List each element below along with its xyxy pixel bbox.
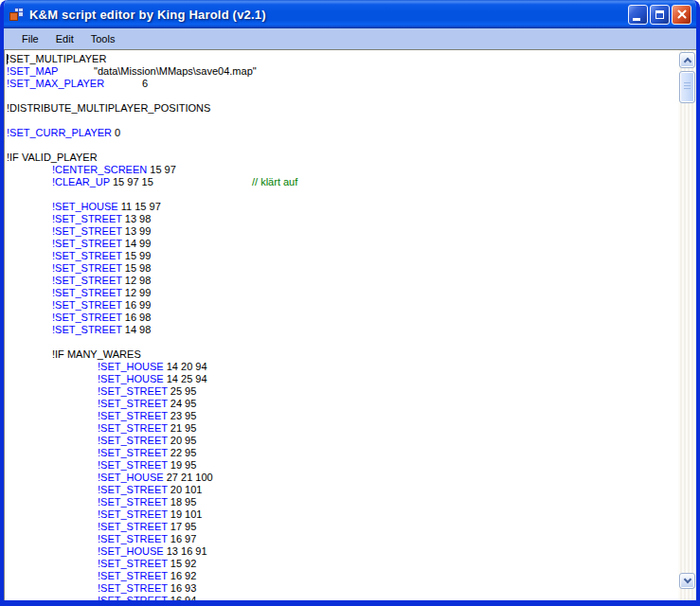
code-segment-command: !SET_STREET — [98, 570, 168, 581]
code-line: !CENTER_SCREEN 15 97 — [7, 164, 678, 176]
code-line: !SET_STREET 15 99 — [7, 250, 678, 262]
code-segment-text: 14 98 — [122, 324, 152, 335]
code-line: !IF MANY_WARES — [7, 348, 678, 361]
code-segment-text: 6 — [142, 78, 148, 90]
code-line: !SET_STREET 23 95 — [7, 410, 678, 422]
code-segment-text: 13 98 — [122, 213, 152, 224]
code-segment-command: !SET_STREET — [98, 508, 168, 520]
code-line: !SET_STREET 14 98 — [7, 324, 678, 336]
menu-item-file[interactable]: File — [15, 30, 45, 47]
code-segment-text: 15 99 — [122, 250, 152, 261]
code-segment-command: !SET_HOUSE — [98, 373, 164, 384]
code-segment-text: 20 95 — [168, 435, 197, 446]
code-segment-text: 14 99 — [122, 238, 152, 249]
code-segment-command: !SET_STREET — [98, 558, 168, 569]
code-line — [7, 90, 678, 102]
code-segment-text: 13 99 — [122, 225, 152, 237]
code-segment-text: 13 16 91 — [164, 545, 207, 557]
code-segment-command: !SET_STREET — [52, 312, 122, 323]
window-title: K&M script editor by King Harold (v2.1) — [29, 8, 628, 22]
code-segment-text: 19 95 — [168, 459, 197, 471]
code-line: !SET_HOUSE 11 15 97 — [7, 201, 678, 213]
app-window: K&M script editor by King Harold (v2.1) … — [0, 0, 700, 606]
code-line: !SET_HOUSE 27 21 100 — [7, 472, 678, 484]
code-segment-text: 17 95 — [168, 521, 197, 532]
code-segment-command: !SET_STREET — [52, 213, 122, 224]
editor-area: !SET_MULTIPLAYER!SET_MAP"data\Mission\MM… — [4, 50, 696, 600]
code-line: !SET_CURR_PLAYER 0 — [7, 127, 678, 139]
code-segment-command: !SET_STREET — [98, 582, 168, 594]
code-segment-text: 16 97 — [168, 533, 197, 544]
code-segment-text: 16 99 — [122, 299, 152, 311]
menu-item-edit[interactable]: Edit — [49, 30, 81, 47]
code-segment-text: 21 95 — [168, 422, 197, 434]
minimize-icon — [633, 18, 640, 21]
chevron-down-icon — [683, 576, 691, 583]
code-line — [7, 188, 678, 201]
maximize-button[interactable] — [650, 5, 670, 25]
scrollbar-thumb[interactable] — [679, 71, 695, 103]
code-segment-command: !SET_STREET — [98, 484, 168, 495]
menu-item-tools[interactable]: Tools — [84, 30, 122, 47]
code-line: !SET_STREET 17 95 — [7, 521, 678, 533]
titlebar[interactable]: K&M script editor by King Harold (v2.1) — [4, 0, 696, 28]
code-line: !SET_STREET 19 101 — [7, 508, 678, 521]
menubar: FileEditTools — [4, 28, 696, 50]
code-segment-text: 15 98 — [122, 262, 152, 274]
code-segment-text: 14 20 94 — [164, 361, 207, 372]
code-segment-text: 15 97 15 — [110, 176, 153, 187]
code-segment-text: 11 15 97 — [118, 201, 161, 212]
code-line: !SET_STREET 15 98 — [7, 262, 678, 275]
code-segment-command: !SET_STREET — [98, 385, 168, 397]
code-segment-command: !SET_STREET — [52, 324, 122, 335]
code-line — [7, 139, 678, 152]
code-segment-text: 20 101 — [168, 484, 203, 495]
code-line: !SET_MULTIPLAYER — [7, 53, 678, 65]
scroll-down-button[interactable] — [679, 573, 695, 589]
vertical-scrollbar[interactable] — [678, 50, 696, 600]
code-segment-command: !SET_STREET — [98, 533, 168, 544]
code-line: !SET_STREET 13 99 — [7, 225, 678, 238]
code-line: !SET_MAP"data\Mission\MMaps\save04.map" — [7, 65, 678, 78]
code-segment-text: 0 — [112, 127, 120, 138]
close-icon — [676, 9, 688, 20]
code-line: !SET_STREET 12 98 — [7, 275, 678, 287]
code-line: !SET_STREET 16 98 — [7, 312, 678, 324]
code-line: !SET_STREET 15 92 — [7, 558, 678, 570]
code-segment-text: !DISTRIBUTE_MULTIPLAYER_POSITIONS — [7, 102, 210, 114]
code-segment-command: !SET_HOUSE — [98, 361, 164, 372]
code-segment-command: !SET_STREET — [52, 262, 122, 274]
app-icon — [9, 7, 24, 22]
code-segment-command: !SET_STREET — [98, 496, 168, 508]
minimize-button[interactable] — [628, 5, 648, 25]
code-segment-command: !CLEAR_UP — [52, 176, 110, 187]
code-segment-command: !SET_HOUSE — [98, 472, 164, 483]
code-segment-command: !SET_STREET — [98, 410, 168, 421]
script-editor[interactable]: !SET_MULTIPLAYER!SET_MAP"data\Mission\MM… — [5, 50, 678, 600]
code-segment-command: !SET_STREET — [98, 435, 168, 446]
code-segment-text: "data\Mission\MMaps\save04.map" — [94, 65, 257, 78]
code-line: !SET_MAX_PLAYER6 — [7, 78, 678, 90]
code-segment-command: !CENTER_SCREEN — [52, 164, 147, 175]
close-button[interactable] — [672, 5, 691, 25]
code-segment-text: 18 95 — [168, 496, 197, 508]
text-caret — [7, 54, 8, 64]
code-segment-text: 19 101 — [168, 508, 203, 520]
code-line: !SET_STREET 16 92 — [7, 570, 678, 582]
code-segment-text: 16 98 — [122, 312, 152, 323]
code-segment-command: !SET_STREET — [52, 275, 122, 286]
code-segment-text: 16 93 — [168, 582, 197, 594]
code-segment-command: !SET_STREET — [98, 422, 168, 434]
code-segment-text: !IF VALID_PLAYER — [7, 152, 98, 163]
code-segment-text: 15 92 — [168, 558, 197, 569]
code-line: !SET_STREET 18 95 — [7, 496, 678, 508]
code-segment-command: !SET_STREET — [98, 521, 168, 532]
scroll-up-button[interactable] — [679, 52, 695, 68]
code-line: !SET_STREET 16 94 — [7, 595, 678, 600]
code-line: !SET_STREET 14 99 — [7, 238, 678, 250]
code-line: !IF VALID_PLAYER — [7, 152, 678, 164]
code-segment-text: 14 25 94 — [164, 373, 207, 384]
code-line: !CLEAR_UP 15 97 15// klärt auf — [7, 176, 678, 188]
code-line: !SET_STREET 22 95 — [7, 447, 678, 459]
code-segment-command: !SET_STREET — [98, 447, 168, 458]
